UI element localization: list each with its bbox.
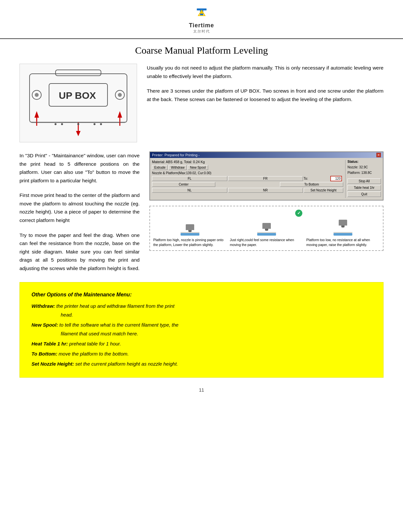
svg-point-11	[118, 93, 122, 97]
extrude-button[interactable]: Extrude	[152, 165, 168, 170]
check-badge: ✓	[295, 210, 302, 217]
diagram-label-too-low: Platform too low, no resistance at all w…	[306, 238, 380, 247]
svg-marker-17	[76, 131, 81, 136]
sw-left-panel: Material: ABS 458 g, Total: 0.24 Kg Extr…	[152, 160, 343, 198]
svg-marker-12	[34, 111, 39, 118]
software-body: Material: ABS 458 g, Total: 0.24 Kg Extr…	[150, 158, 383, 200]
diagram-visual-too-low	[306, 210, 380, 236]
nl-button[interactable]: NL	[152, 188, 227, 193]
software-ui-mockup: Printer: Prepared for Printing - ✕ Mater…	[149, 151, 384, 201]
platform-temp-value: Platform: 138.8C	[347, 171, 381, 175]
nozzle-section-label: Nozzle & Platform(Max:139.02, Cur:0.00)	[152, 171, 343, 175]
note-term-to-bottom: To Bottom:	[31, 351, 57, 357]
fr-button[interactable]: FR	[228, 176, 303, 181]
right-description: Usually you do not need to adjust the pl…	[147, 64, 384, 103]
sw-position-grid: FL FR To:	[152, 176, 343, 181]
note-title: Other Options of the Maintenance Menu:	[31, 290, 372, 300]
note-box: Other Options of the Maintenance Menu: W…	[19, 282, 384, 378]
note-item-to-bottom: To Bottom: move the platform to the bott…	[31, 349, 372, 358]
note-term-heat-table: Heat Table 1 hr:	[31, 341, 68, 346]
diagram-label-just-right: Just right,could feel some resistance wh…	[230, 238, 303, 247]
sw-right-panel: Status: Nozzle: 32.9C Platform: 138.8C S…	[345, 160, 381, 198]
brand-chinese: 太尔时代	[193, 29, 210, 34]
logo-container: Tiertime 太尔时代	[0, 6, 403, 34]
note-term-new-spool: New Spool:	[31, 322, 58, 328]
note-item-withdraw: Withdraw: the printer heat up and withdr…	[31, 302, 372, 319]
diagram-row: Platform too high, nozzle is pinning pap…	[153, 210, 380, 247]
svg-point-9	[35, 93, 39, 97]
page-header: Tiertime 太尔时代	[0, 0, 403, 39]
svg-point-22	[100, 123, 102, 125]
svg-rect-5	[56, 70, 101, 76]
svg-marker-14	[118, 111, 122, 118]
left-para2: First move print head to the center of t…	[19, 191, 140, 224]
svg-point-21	[94, 123, 95, 125]
tiertime-logo-icon	[194, 6, 210, 22]
page-number: 11	[0, 384, 403, 399]
sw-main-buttons: Extrude Withdraw New Spool	[152, 165, 343, 170]
height-diagram: Platform too high, nozzle is pinning pap…	[149, 206, 384, 251]
right-column: Printer: Prepared for Printing - ✕ Mater…	[149, 151, 384, 251]
diagram-just-right: ✓ Just right,could feel some resista	[230, 210, 303, 247]
svg-point-19	[61, 123, 63, 125]
status-label: Status:	[347, 160, 381, 163]
new-spool-button[interactable]: New Spool	[188, 165, 208, 170]
fl-button[interactable]: FL	[152, 176, 227, 181]
note-term-withdraw: Withdraw:	[31, 303, 55, 309]
nr-button[interactable]: NR	[228, 188, 303, 193]
diagram-visual-just-right: ✓	[230, 210, 303, 236]
quit-button[interactable]: Quit	[347, 191, 381, 197]
software-title: Printer: Prepared for Printing -	[152, 153, 200, 157]
sw-material-label: Material: ABS 458 g, Total: 0.24 Kg	[152, 160, 343, 164]
left-para3: Try to move the paper and feel the drag.…	[19, 231, 140, 273]
diagram-label-too-high: Platform too high, nozzle is pinning pap…	[153, 238, 227, 247]
software-titlebar: Printer: Prepared for Printing - ✕	[150, 152, 383, 158]
note-continuation-withdraw: head.	[61, 310, 372, 319]
platform-image: UP BOX	[19, 64, 137, 142]
close-icon[interactable]: ✕	[376, 153, 381, 157]
diagram-too-high: Platform too high, nozzle is pinning pap…	[153, 210, 227, 247]
note-desc-set-nozzle: set the current platform height as nozzl…	[75, 361, 178, 367]
left-para1: In "3D Print" - "Maintainance" window, u…	[19, 151, 140, 185]
note-desc-withdraw: the printer heat up and withdraw filamen…	[57, 303, 175, 309]
stop-all-button[interactable]: Stop All	[347, 178, 381, 184]
note-desc-to-bottom: move the platform to the bottom.	[59, 351, 129, 357]
to-label: To:	[304, 177, 330, 180]
right-para1: Usually you do not need to adjust the pl…	[147, 64, 384, 80]
set-nozzle-button[interactable]: Set Nozzle Height	[304, 188, 343, 193]
note-item-heat-table: Heat Table 1 hr: preheat table for 1 hou…	[31, 339, 372, 348]
center-button[interactable]: Center	[152, 182, 215, 187]
sw-nl-grid: NL NR Set Nozzle Height	[152, 188, 343, 193]
withdraw-button[interactable]: Withdraw	[169, 165, 187, 170]
note-desc-heat-table: preheat table for 1 hour.	[69, 341, 121, 346]
upbox-diagram-svg: UP BOX	[23, 67, 133, 139]
svg-text:UP BOX: UP BOX	[59, 90, 96, 101]
diagram-visual-too-high	[153, 210, 227, 236]
nozzle-temp-value: Nozzle: 32.9C	[347, 165, 381, 169]
to-bottom-button[interactable]: To Bottom	[280, 182, 343, 187]
to-value-input[interactable]	[330, 176, 342, 181]
note-continuation-new-spool: filament that used must match here.	[61, 329, 372, 338]
note-term-set-nozzle: Set Nozzle Height:	[31, 361, 74, 367]
page-title: Coarse Manual Platform Leveling	[0, 45, 403, 56]
note-desc-new-spool: to tell the software what is the current…	[59, 322, 179, 328]
note-item-new-spool: New Spool: to tell the software what is …	[31, 320, 372, 338]
svg-point-20	[77, 123, 79, 125]
left-description: In "3D Print" - "Maintainance" window, u…	[19, 151, 140, 272]
note-item-set-nozzle: Set Nozzle Height: set the current platf…	[31, 359, 372, 368]
bottom-section: In "3D Print" - "Maintainance" window, u…	[19, 151, 384, 272]
main-content: UP BOX	[0, 64, 403, 272]
right-para2: There are 3 screws under the platform of…	[147, 87, 384, 103]
sw-center-grid: Center To Bottom	[152, 182, 343, 187]
diagram-too-low: Platform too low, no resistance at all w…	[306, 210, 380, 247]
svg-point-18	[55, 123, 57, 125]
brand-name: Tiertime	[189, 22, 214, 29]
table-heat-button[interactable]: Table heat 1hr	[347, 185, 381, 190]
top-section: UP BOX	[19, 64, 384, 142]
